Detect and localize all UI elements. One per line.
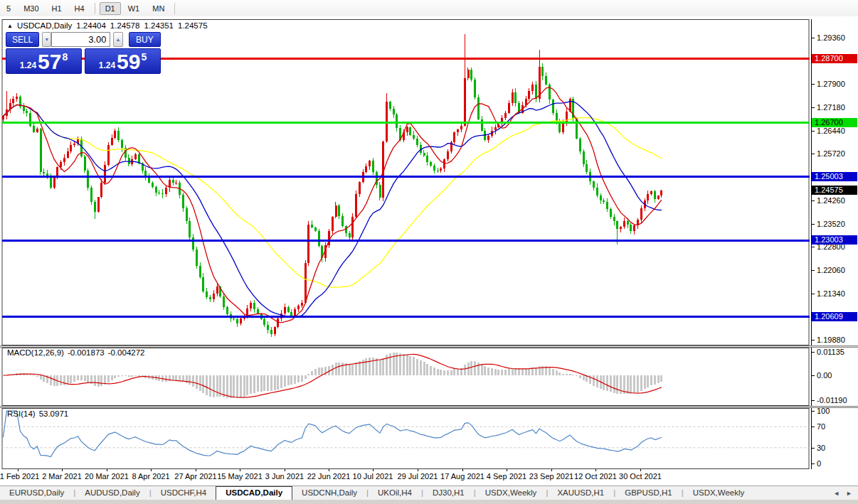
- date-tick-label: 10 Jul 2021: [353, 472, 393, 481]
- buy-button[interactable]: BUY: [129, 32, 161, 47]
- tab-scroll-arrows: ◄ ►: [827, 486, 852, 500]
- timeframe-button-h1[interactable]: H1: [46, 2, 68, 15]
- one-click-trading-panel: SELL ▼ ▲ BUY 1.24 57 8 1.24 59 5: [6, 32, 161, 74]
- price-tick-label: 1.26440: [817, 127, 845, 136]
- macd-main-value: -0.001873: [68, 348, 105, 357]
- mt4-terminal: 5M30H1H4D1W1MN ▲ USDCAD,Daily 1.24404 1.…: [0, 0, 858, 504]
- price-tick-mark: [812, 200, 815, 201]
- ohlc-close: 1.24575: [178, 21, 208, 30]
- buy-price-display[interactable]: 1.24 59 5: [85, 48, 161, 74]
- support-line-tag: 1.26700: [812, 118, 857, 127]
- sell-price-main: 57: [38, 51, 61, 73]
- date-tick-mark: [595, 469, 596, 471]
- arrow-up-icon: ▲: [116, 37, 121, 42]
- date-tick-label: 27 Apr 2021: [174, 472, 216, 481]
- price-tick-label: 1.23520: [817, 220, 845, 229]
- chart-tab-ukoil-5[interactable]: UKOil,H4: [369, 486, 421, 500]
- resistance-line-tag: 1.28700: [812, 54, 857, 63]
- rsi-tick-label: 30: [817, 444, 825, 453]
- date-tick-mark: [285, 469, 285, 471]
- price-tick-label: 1.19880: [817, 336, 845, 345]
- volume-input[interactable]: [51, 32, 110, 47]
- timeframe-button-m30[interactable]: M30: [18, 2, 44, 15]
- macd-histogram: [2, 353, 662, 398]
- trade-panel-prices: 1.24 57 8 1.24 59 5: [6, 48, 161, 74]
- chart-symbol-label: USDCAD,Daily: [17, 21, 72, 30]
- price-tick-mark: [812, 340, 815, 341]
- date-tick-mark: [462, 469, 463, 471]
- price-tick-mark: [812, 131, 815, 132]
- volume-decrease-button[interactable]: ▼: [42, 32, 51, 47]
- price-tick-mark: [812, 270, 815, 271]
- chart-tab-dj30-6[interactable]: DJ30,H1: [423, 486, 474, 500]
- price-tick-label: 1.27900: [817, 80, 845, 89]
- chart-tab-usdx-7[interactable]: USDX,Weekly: [476, 486, 546, 500]
- sell-price-prefix: 1.24: [20, 60, 36, 70]
- date-axis[interactable]: 11 Feb 20212 Mar 202120 Mar 20218 Apr 20…: [0, 469, 811, 485]
- macd-name: MACD(12,26,9): [7, 348, 64, 357]
- date-tick-mark: [507, 469, 507, 471]
- level-line-tag: 1.25003: [812, 172, 857, 181]
- rsi-value: 53.0971: [39, 409, 69, 418]
- macd-tick-label: 0.01135: [817, 348, 844, 357]
- date-tick-mark: [240, 469, 240, 471]
- scroll-tabs-left-icon[interactable]: ◄: [833, 490, 840, 497]
- chart-tab-usdcnh-4[interactable]: USDCNH,Daily: [292, 486, 366, 500]
- price-tick-label: 1.27180: [817, 103, 845, 112]
- price-tick-mark: [812, 84, 815, 85]
- current-price-tag: 1.24575: [812, 186, 857, 195]
- timeframe-toolbar: 5M30H1H4D1W1MN: [0, 0, 858, 17]
- chart-tab-bar: EURUSD,Daily|AUDUSD,Daily|USDCHF,H4USDCA…: [0, 486, 858, 500]
- sell-price-display[interactable]: 1.24 57 8: [6, 48, 82, 74]
- rsi-chart[interactable]: [0, 408, 811, 469]
- rsi-tick-label: 70: [817, 422, 825, 431]
- rsi-tick-mark: [812, 411, 815, 412]
- date-tick-label: 3 Jun 2021: [265, 472, 304, 481]
- date-tick-label: 30 Oct 2021: [619, 472, 662, 481]
- rsi-tick-label: 0: [817, 459, 821, 468]
- chart-tab-xauusd-8[interactable]: XAUUSD,H1: [548, 486, 613, 500]
- chart-tab-usdchf-2[interactable]: USDCHF,H4: [152, 486, 216, 500]
- sell-button[interactable]: SELL: [6, 32, 39, 47]
- horizontal-lines-group: [2, 58, 810, 318]
- date-tick-mark: [62, 469, 63, 471]
- macd-tick-label: -0.01190: [817, 396, 847, 405]
- chart-tab-eurusd-0[interactable]: EURUSD,Daily: [0, 486, 73, 500]
- price-tick-mark: [812, 224, 815, 225]
- volume-increase-button[interactable]: ▲: [113, 32, 122, 47]
- buy-price-prefix: 1.24: [99, 60, 115, 70]
- timeframe-button-mn[interactable]: MN: [147, 2, 170, 15]
- arrow-down-icon: ▼: [44, 37, 49, 42]
- date-tick-mark: [418, 469, 418, 471]
- macd-tick-mark: [812, 400, 815, 401]
- chart-tab-usdx-10[interactable]: USDX,Weekly: [684, 486, 754, 500]
- date-tick-label: 8 Apr 2021: [132, 472, 169, 481]
- macd-window-separator[interactable]: [0, 345, 858, 348]
- rsi-window-separator[interactable]: [0, 406, 858, 408]
- collapse-arrow-icon[interactable]: ▲: [7, 23, 13, 29]
- timeframe-button-5[interactable]: 5: [1, 2, 16, 15]
- rsi-tick-mark: [812, 463, 815, 464]
- status-strip: [0, 500, 858, 504]
- date-tick-label: 29 Jul 2021: [398, 472, 438, 481]
- price-axis[interactable]: 1.293601.286401.279001.271801.264401.257…: [811, 19, 858, 469]
- price-tick-mark: [812, 107, 815, 108]
- ohlc-low: 1.24351: [144, 21, 174, 30]
- scroll-tabs-right-icon[interactable]: ►: [846, 490, 852, 497]
- macd-tick-label: 0.00: [817, 371, 832, 380]
- chart-tab-gbpusd-9[interactable]: GBPUSD,H1: [615, 486, 681, 500]
- price-tick-label: 1.29360: [817, 33, 845, 43]
- buy-price-main: 59: [117, 51, 140, 73]
- chart-tab-usdcad-3[interactable]: USDCAD,Daily: [216, 486, 292, 500]
- date-tick-mark: [551, 469, 552, 471]
- date-tick-mark: [329, 469, 329, 471]
- date-tick-mark: [196, 469, 196, 471]
- timeframe-button-d1[interactable]: D1: [100, 2, 121, 15]
- date-tick-mark: [18, 469, 18, 471]
- timeframe-button-w1[interactable]: W1: [122, 2, 146, 15]
- rsi-tick-mark: [812, 427, 815, 427]
- price-tick-mark: [812, 294, 815, 294]
- chart-tab-audusd-1[interactable]: AUDUSD,Daily: [75, 486, 149, 500]
- date-tick-mark: [640, 469, 641, 471]
- timeframe-button-h4[interactable]: H4: [69, 2, 90, 15]
